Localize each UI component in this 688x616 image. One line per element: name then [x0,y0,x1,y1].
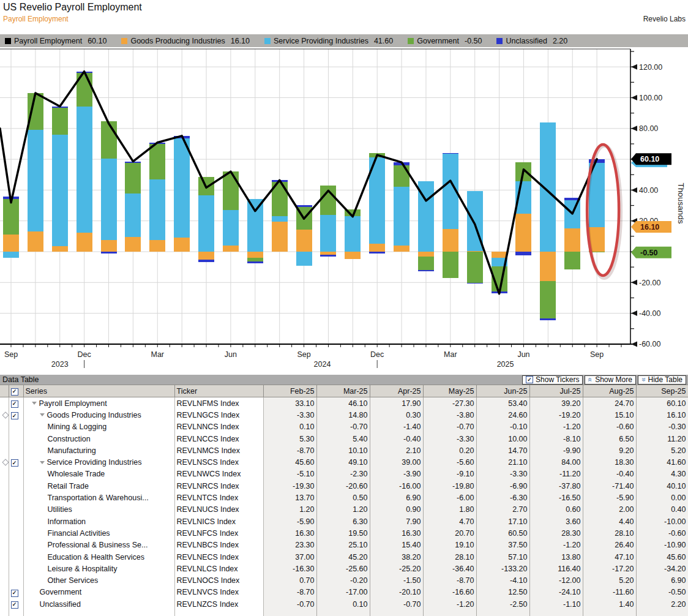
expand-arrow-icon[interactable] [40,461,45,464]
legend-label: Service Providing Industries [274,37,368,45]
expand-arrow-icon[interactable] [40,413,45,416]
data-table-bar: Data Table ✓ Show Tickers « Show More « … [0,375,688,385]
bar-segment-government [443,252,458,278]
bar-segment-goods-producing-industries [125,237,141,252]
x-axis-month-label: Sep [4,350,18,359]
legend-item-service-providing-industries[interactable]: Service Providing Industries41.60 [264,37,393,45]
legend-swatch-icon [408,38,414,44]
table-row-manufacturing[interactable]: ManufacturingREVLNMCS Index-8.7010.102.1… [0,445,688,456]
select-all-checkbox[interactable]: ✓ [11,388,18,396]
table-row-financial-activities[interactable]: Financial ActivitiesREVLNFCS Index16.301… [0,527,688,539]
value-cell: 13.70 [263,492,316,503]
table-row-payroll-employment[interactable]: ✓Payroll EmploymentREVLNFMS Index33.1046… [0,397,688,410]
checkbox-cell: ✓ [9,598,23,610]
bar-segment-unclassified [101,252,117,254]
legend-item-government[interactable]: Government-0.50 [408,37,482,45]
table-row-mining-logging[interactable]: Mining & LoggingREVLNNCS Index0.10-0.70-… [0,421,688,433]
legend-item-unclassified[interactable]: Unclassified2.20 [496,37,567,45]
series-name: Information [48,517,86,526]
column-header-feb-25[interactable]: Feb-25 [263,385,316,397]
bar-segment-goods-producing-industries [418,252,434,257]
bar-segment-goods-producing-industries [540,252,556,281]
table-row-unclassified[interactable]: ✓UnclassifiedREVLNZCS Index-0.700.10-0.7… [0,598,688,610]
value-cell: 84.00 [529,456,583,468]
value-cell: 16.30 [370,527,423,539]
legend-swatch-icon [121,38,127,44]
table-row-leisure-hospitality[interactable]: Leisure & HospitalityREVLNLCS Index-16.3… [0,563,688,574]
show-more-button[interactable]: « Show More [585,375,635,385]
series-checkbox[interactable]: ✓ [11,590,18,597]
value-cell: 16.10 [636,409,688,421]
y-axis-label: 80.00 [639,124,658,133]
column-header-mar-25[interactable]: Mar-25 [316,385,370,397]
expand-arrow-icon[interactable] [32,402,37,405]
ticker-cell: REVLNMCS Index [174,445,263,456]
table-row-information[interactable]: InformationREVLNICS Index-5.906.307.904.… [0,516,688,527]
x-axis-month-label: Mar [151,350,165,359]
y-tick-arrow-icon [631,187,637,193]
column-header-aug-25[interactable]: Aug-25 [583,385,636,397]
value-cell: 2.20 [636,598,688,610]
x-axis-month-label: Dec [78,350,91,359]
show-tickers-checkbox[interactable]: ✓ [526,376,533,383]
legend-item-payroll-employment[interactable]: Payroll Employment60.10 [5,37,107,45]
filler-cell [23,610,174,616]
series-checkbox[interactable]: ✓ [11,601,18,609]
checkbox-cell [9,563,23,574]
value-cell: 41.60 [636,456,688,468]
table-row-utilities[interactable]: UtilitiesREVLNUCS Index1.201.200.901.802… [0,504,688,516]
value-cell: -5.10 [263,468,316,480]
column-header-apr-25[interactable]: Apr-25 [370,385,423,397]
value-cell: -10.90 [636,539,688,551]
hide-table-button[interactable]: « Hide Table [638,375,686,385]
column-header-ticker[interactable]: Ticker [174,385,263,397]
value-cell: -11.60 [583,587,636,598]
table-row-government[interactable]: ✓GovernmentREVLNVCS Index-8.70-17.00-20.… [0,587,688,598]
table-row-construction[interactable]: ConstructionREVLNCCS Index5.305.40-0.40-… [0,433,688,445]
value-cell: -9.10 [423,468,476,480]
value-cell: -20.60 [316,480,370,492]
series-name: Leisure & Hospitality [48,565,118,573]
y-axis-label: -40.00 [639,309,660,318]
table-row-retail-trade[interactable]: Retail TradeREVLNRCS Index-19.30-20.60-1… [0,480,688,492]
diamond-cell [0,492,9,503]
value-cell: -3.90 [370,468,423,480]
chevron-up-icon: « [588,378,594,382]
table-row-professional-business-se-[interactable]: Professional & Business Se...REVLNBCS In… [0,539,688,551]
table-row-goods-producing-industries[interactable]: ✓Goods Producing IndustriesREVLNGCS Inde… [0,409,688,421]
table-row-other-services[interactable]: Other ServicesREVLNOCS Index0.70-0.20-1.… [0,574,688,586]
value-cell: 39.20 [529,397,583,410]
value-cell: -0.40 [583,468,636,480]
bar-segment-unclassified [247,261,263,263]
filler-cell [636,610,688,616]
diamond-cell [0,409,9,421]
legend-item-goods-producing-industries[interactable]: Goods Producing Industries16.10 [121,37,250,45]
series-checkbox[interactable]: ✓ [11,412,18,419]
value-cell: 9.20 [583,445,636,456]
table-row-transportation-warehousi-[interactable]: Transportation & Warehousi...REVLNTCS In… [0,492,688,503]
data-table: ✓SeriesTickerFeb-25Mar-25Apr-25May-25Jun… [0,385,688,616]
value-cell: -19.20 [529,409,583,421]
series-name-cell: Other Services [23,574,174,586]
show-tickers-button[interactable]: ✓ Show Tickers [522,375,583,385]
value-cell: 4.30 [636,468,688,480]
series-name-cell: Goods Producing Industries [23,409,174,421]
bar-segment-service-providing-industries [125,193,141,236]
table-row-wholesale-trade[interactable]: Wholesale TradeREVLNWCS Index-5.10-2.30-… [0,468,688,480]
column-header-may-25[interactable]: May-25 [423,385,476,397]
value-cell: 6.90 [370,492,423,503]
column-header-jul-25[interactable]: Jul-25 [529,385,583,397]
column-header-sep-25[interactable]: Sep-25 [636,385,688,397]
value-cell: 45.60 [636,551,688,563]
column-header-series[interactable]: Series [23,385,174,397]
table-row-service-providing-industries[interactable]: ✓Service Providing IndustriesREVLNSCS In… [0,456,688,468]
series-checkbox[interactable]: ✓ [11,459,18,467]
value-cell: -0.70 [316,421,370,433]
series-name-cell: Retail Trade [23,480,174,492]
series-checkbox[interactable]: ✓ [11,400,18,408]
table-row-education-health-services[interactable]: Education & Health ServicesREVLNECS Inde… [0,551,688,563]
series-name: Construction [48,435,91,443]
column-header-jun-25[interactable]: Jun-25 [476,385,529,397]
bar-segment-service-providing-industries [296,252,312,266]
series-name-cell: Mining & Logging [23,421,174,433]
